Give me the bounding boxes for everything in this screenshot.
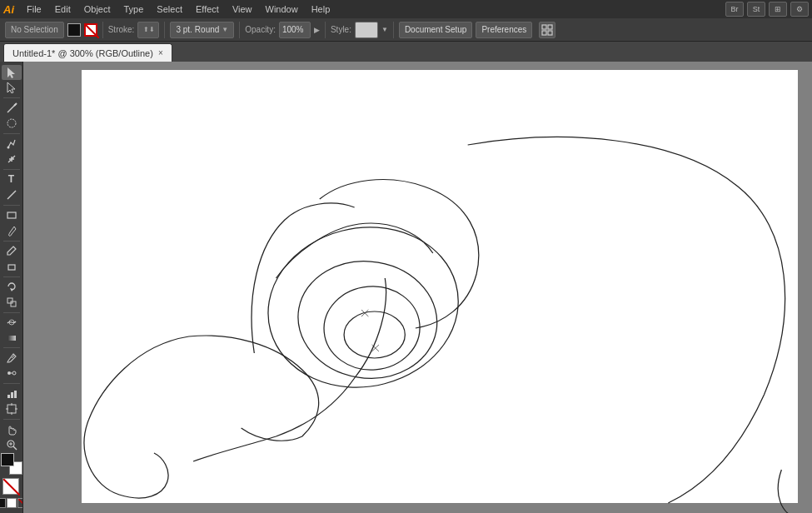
eyedropper-tool[interactable] — [2, 351, 22, 366]
pencil-tool[interactable] — [2, 243, 22, 258]
stroke-arrows[interactable]: ⬆⬇ — [143, 26, 155, 33]
separator-1 — [102, 22, 103, 38]
document-tab[interactable]: Untitled-1* @ 300% (RGB/Outline) × — [3, 43, 172, 62]
rectangle-tool[interactable] — [2, 208, 22, 223]
svg-marker-5 — [7, 67, 15, 78]
svg-line-37 — [3, 479, 20, 496]
svg-line-34 — [13, 446, 17, 450]
svg-line-0 — [86, 25, 99, 38]
menu-effect[interactable]: Effect — [190, 2, 225, 16]
menu-select[interactable]: Select — [151, 2, 188, 16]
svg-rect-14 — [7, 212, 16, 218]
artwork-canvas[interactable] — [23, 62, 812, 513]
tool-separator-4 — [3, 205, 20, 206]
paintbrush-tool[interactable] — [2, 223, 22, 238]
tool-separator-9 — [3, 383, 20, 384]
svg-point-23 — [12, 371, 16, 375]
magic-wand-tool[interactable] — [2, 101, 22, 116]
stroke-weight-value: 3 pt. — [176, 25, 192, 34]
type-tool[interactable]: T — [2, 172, 22, 187]
svg-point-40 — [288, 251, 446, 389]
menu-view[interactable]: View — [227, 2, 258, 16]
lasso-tool[interactable] — [2, 116, 22, 131]
stroke-label: Stroke: — [108, 25, 135, 34]
svg-rect-17 — [7, 298, 12, 303]
menu-object[interactable]: Object — [78, 2, 117, 16]
gradient-tool[interactable] — [2, 331, 22, 346]
svg-point-10 — [7, 146, 9, 148]
tool-separator-10 — [3, 419, 20, 420]
grid-icon-btn[interactable]: ⊞ — [769, 2, 787, 17]
swirl-icon-btn[interactable]: ⚙ — [790, 2, 809, 17]
svg-rect-1 — [542, 25, 546, 29]
canvas-area[interactable] — [23, 62, 812, 513]
svg-rect-18 — [11, 301, 16, 306]
eraser-tool[interactable] — [2, 259, 22, 274]
rotate-tool[interactable] — [2, 279, 22, 294]
tool-separator-7 — [3, 312, 20, 313]
stroke-color-box[interactable] — [84, 23, 97, 37]
opacity-input[interactable] — [279, 22, 311, 38]
menu-type[interactable]: Type — [118, 2, 150, 16]
tool-separator-3 — [3, 169, 20, 170]
separator-5 — [393, 22, 394, 38]
artboard-tool[interactable] — [2, 402, 22, 417]
direct-selection-tool[interactable] — [2, 81, 22, 96]
svg-rect-2 — [548, 25, 552, 29]
tool-separator-2 — [3, 133, 20, 134]
document-setup-button[interactable]: Document Setup — [399, 22, 473, 38]
menu-window[interactable]: Window — [260, 2, 304, 16]
small-white-swatch[interactable] — [7, 498, 17, 508]
line-tool[interactable] — [2, 187, 22, 202]
fg-color-box[interactable] — [1, 453, 14, 466]
style-label: Style: — [331, 25, 351, 34]
toolbox: T — [0, 62, 23, 513]
svg-rect-26 — [11, 392, 13, 398]
svg-marker-6 — [7, 82, 15, 93]
stroke-weight-selector[interactable]: 3 pt. Round ▼ — [170, 22, 234, 38]
no-selection-dropdown[interactable]: No Selection — [5, 22, 64, 38]
tab-title: Untitled-1* @ 300% (RGB/Outline) — [12, 48, 153, 58]
stroke-cap-arrow[interactable]: ▼ — [222, 26, 228, 33]
blend-tool[interactable] — [2, 366, 22, 381]
add-anchor-tool[interactable] — [2, 152, 22, 167]
stroke-none-box[interactable] — [2, 478, 19, 495]
opacity-arrow[interactable]: ▶ — [314, 26, 320, 34]
svg-rect-27 — [14, 391, 17, 398]
style-swatch[interactable] — [355, 22, 378, 38]
selection-tool[interactable] — [2, 65, 22, 80]
pen-tool[interactable] — [2, 137, 22, 152]
hand-tool[interactable] — [2, 422, 22, 437]
svg-rect-3 — [542, 31, 546, 35]
separator-3 — [239, 22, 240, 38]
menu-edit[interactable]: Edit — [49, 2, 77, 16]
fill-color-box[interactable] — [67, 23, 81, 37]
tool-separator-8 — [3, 347, 20, 348]
arrange-icon[interactable] — [539, 22, 555, 38]
small-black-swatch[interactable] — [0, 498, 6, 508]
tab-bar: Untitled-1* @ 300% (RGB/Outline) × — [0, 42, 812, 62]
main-area: T — [0, 62, 812, 513]
svg-point-41 — [321, 282, 424, 373]
menu-help[interactable]: Help — [306, 2, 336, 16]
style-arrow[interactable]: ▼ — [381, 26, 388, 33]
bridge-icon-btn[interactable]: Br — [725, 2, 744, 17]
svg-point-42 — [344, 311, 405, 358]
tab-close-button[interactable]: × — [158, 48, 163, 57]
menu-file[interactable]: File — [21, 2, 47, 16]
tool-separator-6 — [3, 276, 20, 277]
svg-rect-4 — [548, 31, 552, 35]
svg-rect-25 — [7, 395, 10, 398]
svg-point-9 — [7, 119, 16, 127]
warp-tool[interactable] — [2, 315, 22, 330]
scale-tool[interactable] — [2, 295, 22, 310]
zoom-tool[interactable] — [2, 437, 22, 452]
stroke-cap-value: Round — [195, 25, 219, 34]
menu-bar: Ai File Edit Object Type Select Effect V… — [0, 0, 812, 18]
small-none-swatch[interactable] — [17, 498, 24, 508]
column-graph-tool[interactable] — [2, 386, 22, 401]
stock-icon-btn[interactable]: St — [747, 2, 765, 17]
control-bar: No Selection Stroke: ⬆⬇ 3 pt. Round ▼ Op… — [0, 18, 812, 42]
preferences-button[interactable]: Preferences — [476, 22, 532, 38]
svg-point-22 — [7, 371, 11, 375]
